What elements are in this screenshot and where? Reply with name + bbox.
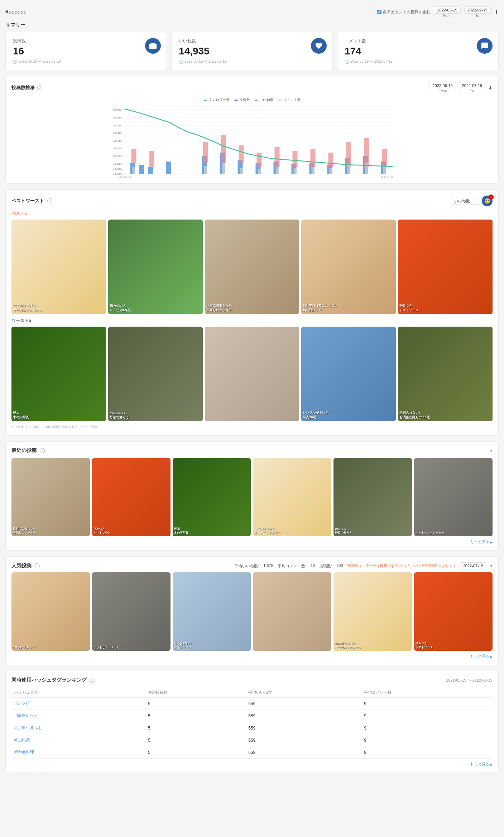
hashtag-avg-comments: 9 (361, 734, 493, 746)
own-account-checkbox[interactable] (377, 10, 381, 14)
hashtag-more-link[interactable]: もっと見る (11, 761, 493, 767)
recent-collapse-icon[interactable] (490, 448, 493, 453)
popular-more-link[interactable]: もっと見る (11, 654, 493, 659)
hashtag-link[interactable]: #レシピ (14, 701, 30, 706)
legend-followers-dot (203, 100, 207, 101)
recent-title: 最近の投稿 (11, 447, 37, 454)
legend-comments-dot (278, 100, 282, 101)
avg-likes-value: 1,675 (263, 563, 273, 569)
recent-post-6[interactable]: ホットサンドメーカー (414, 458, 493, 537)
svg-text:264800: 264800 (113, 116, 123, 119)
recent-post-5[interactable]: Chirstmas野菜で飾ろう (333, 458, 412, 537)
recent-post-1[interactable]: 絶対に失敗しない美味しいクッキー (11, 458, 90, 537)
bw-title: ベストワースト (11, 198, 44, 204)
hashtag-title: #○○○○○○ (5, 9, 27, 15)
svg-rect-22 (148, 167, 153, 174)
chart-title: 投稿数推移 ? (11, 85, 42, 91)
popular-post-3[interactable]: 秋冬おすすめアイシャドウ (173, 572, 251, 651)
header-controls: 自アカウントの投稿を含む 2022-06-19 From 2022-07-19 … (377, 6, 499, 18)
hashtag-link[interactable]: #丁寧な暮らし (14, 725, 43, 730)
hashtag-posts: 5 (145, 698, 245, 710)
recent-more-anchor[interactable]: もっと見る (11, 539, 493, 544)
own-account-checkbox-label[interactable]: 自アカウントの投稿を含む (377, 9, 430, 15)
posts-card: 投稿数 16 🕐 2022-06-19 ー 2022-07-19 (5, 32, 167, 70)
hashtag-info-icon[interactable]: ? (90, 678, 95, 683)
svg-text:264200: 264200 (113, 139, 123, 143)
recent-post-3[interactable]: 極上木の実写真 (173, 458, 251, 537)
popular-post-2[interactable]: ホットサンドメーカー (92, 572, 171, 651)
svg-text:265000: 265000 (113, 109, 123, 112)
hashtag-link[interactable]: #簡単レシピ (14, 713, 38, 718)
worst-post-5[interactable]: 全部入れない!お洒落な撮り方 10選 (398, 327, 493, 421)
from-date-field: 2022-06-19 From (434, 6, 460, 18)
best-worst-section: ベストワースト ? いいね数 😊 1 ベスト5 2021年イチオシオーガニックお… (5, 189, 499, 436)
svg-rect-44 (328, 153, 333, 167)
popular-info-icon[interactable]: ? (35, 563, 40, 568)
hashtag-table-row: #簡単レシピ 5 659 9 (11, 710, 493, 722)
comments-label: コメント数 (345, 38, 491, 44)
heart-icon (311, 38, 327, 54)
recent-info-icon[interactable]: ? (40, 448, 45, 453)
col-posts: 使用投稿数 (145, 688, 245, 698)
best-post-5[interactable]: 病みつきトマトソース (398, 220, 493, 314)
col-avg-comments: 平均コメント数 (361, 688, 493, 698)
download-icon[interactable]: ⬇ (494, 9, 499, 15)
best-post-1[interactable]: 2021年イチオシオーガニックおやつ (11, 220, 106, 314)
chart-from-box[interactable]: 2022-06-19 (429, 82, 456, 89)
best-post-3[interactable]: 絶対に失敗しない美味しいクッキー (205, 220, 299, 314)
header: #○○○○○○ 自アカウントの投稿を含む 2022-06-19 From 202… (5, 4, 499, 22)
likes-label: いいね数 (179, 38, 325, 44)
posts-date: 🕐 2022-06-19 ー 2022-07-19 (13, 59, 159, 64)
popular-post-4[interactable] (253, 572, 331, 651)
hashtag-posts: 5 (145, 734, 245, 746)
popular-header: 人気投稿 ? 平均いいね数: 1,675 平均コメント数: 13 投稿数: 30… (11, 562, 493, 569)
recent-post-2[interactable]: 病みつきトマトソース (92, 458, 171, 537)
popular-post-5[interactable]: 2021年イチオシオーガニックおやつ (333, 572, 412, 651)
worst-post-3[interactable] (205, 327, 299, 421)
chart-legend: フォロワー数 投稿数 いいね数 コメント数 (11, 97, 493, 102)
svg-rect-36 (149, 151, 154, 167)
summary-cards: 投稿数 16 🕐 2022-06-19 ー 2022-07-19 いいね数 14… (5, 32, 499, 70)
svg-rect-55 (312, 167, 315, 174)
hashtag-avg-likes: 659 (245, 734, 361, 746)
hashtag-link[interactable]: #時短料理 (14, 750, 34, 755)
to-date-field: 2022-07-19 To (464, 6, 491, 18)
popular-collapse-icon[interactable] (490, 563, 493, 569)
popular-date[interactable]: 2022-07-19 (460, 562, 486, 569)
post-count-value: 300 (336, 563, 343, 569)
comments-value: 174 (345, 45, 491, 57)
popular-post-6[interactable]: 病みつきトマトソース (414, 572, 493, 651)
svg-rect-39 (239, 145, 244, 163)
comments-card: コメント数 174 🕐 2022-06-19 ー 2022-07-19 (337, 32, 499, 70)
chart-controls: 2022-06-19 From 2022-07-19 To ⬇ (429, 82, 493, 93)
chart-to-box[interactable]: 2022-07-19 (459, 82, 485, 89)
chart-info-icon[interactable]: ? (37, 85, 42, 90)
svg-rect-38 (221, 135, 226, 163)
popular-post-1[interactable]: 5選 鶏むねレシピ (11, 572, 90, 651)
to-date-box[interactable]: 2022-07-19 (464, 6, 491, 14)
avg-comments-label: 平均コメント数: (278, 563, 306, 569)
best-post-4[interactable]: 5選 本当は教えたくない鶏むねレシピ (301, 220, 396, 314)
summary-section: サマリー 投稿数 16 🕐 2022-06-19 ー 2022-07-19 いい… (5, 22, 499, 70)
worst-post-2[interactable]: Chirstmas野菜で飾ろう (108, 327, 203, 421)
svg-rect-21 (139, 165, 144, 174)
hashtag-avg-comments: 9 (361, 746, 493, 759)
chart-download-icon[interactable]: ⬇ (488, 85, 493, 91)
best-post-2[interactable]: 麺 かんたんレシピ -保存版- (108, 220, 203, 314)
svg-rect-59 (383, 166, 386, 174)
popular-more-anchor[interactable]: もっと見る (11, 654, 493, 659)
recent-post-4[interactable]: 2021年イチオシオーガニックおやつ (253, 458, 331, 537)
hashtag-link[interactable]: #豆知識 (14, 737, 30, 742)
legend-posts-dot (234, 100, 238, 101)
worst-post-4[interactable]: シンプルがキレイ写真20選 (301, 327, 396, 421)
recent-more-link[interactable]: もっと見る (11, 539, 493, 544)
hashtag-more-anchor[interactable]: もっと見る (11, 761, 493, 767)
from-date-box[interactable]: 2022-06-19 (434, 6, 460, 14)
comment-icon (477, 38, 493, 54)
bw-footnote: *2022-06-19〜2022-07-19の期間に投稿されたフィード投稿 (11, 425, 493, 429)
bw-info-icon[interactable]: ? (47, 198, 52, 203)
svg-text:263800: 263800 (113, 155, 123, 158)
col-avg-likes: 平均いいね数 (245, 688, 361, 698)
worst-post-1[interactable]: 極上木の実写真 (11, 327, 106, 421)
bw-sort-dropdown[interactable]: いいね数 (451, 197, 479, 205)
